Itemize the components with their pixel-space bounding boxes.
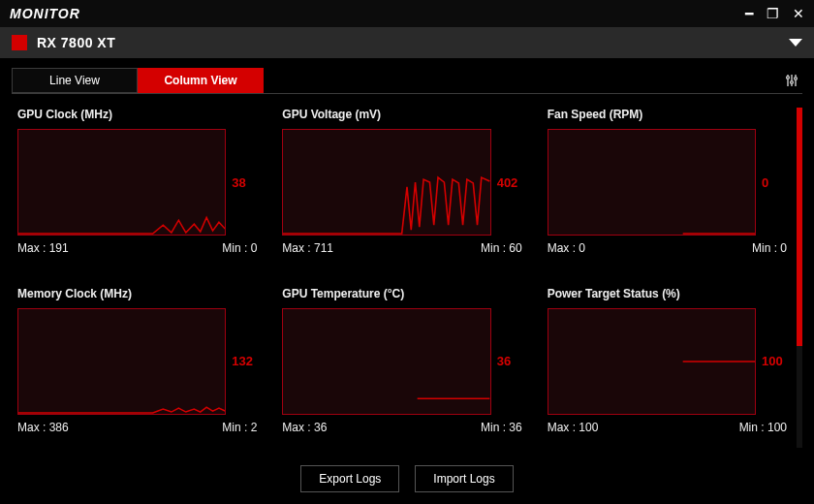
restore-icon[interactable]: ❐ bbox=[767, 7, 779, 20]
max-value: Max : 386 bbox=[17, 421, 69, 434]
app-title: MONITOR bbox=[10, 6, 80, 21]
device-selector[interactable]: RX 7800 XT bbox=[0, 27, 814, 58]
max-value: Max : 100 bbox=[548, 421, 599, 434]
current-value: 0 bbox=[762, 175, 787, 190]
plot-memory-clock bbox=[17, 308, 226, 415]
card-fan-speed: Fan Speed (RPM) 0 Max : 0 Min : 0 bbox=[548, 108, 787, 269]
chevron-down-icon[interactable] bbox=[789, 39, 802, 47]
card-gpu-clock: GPU Clock (MHz) 38 Max : 191 Min : 0 bbox=[17, 108, 257, 269]
max-value: Max : 0 bbox=[548, 241, 585, 255]
max-value: Max : 711 bbox=[282, 241, 333, 255]
card-title: GPU Voltage (mV) bbox=[282, 108, 521, 121]
footer-buttons: Export Logs Import Logs bbox=[12, 456, 802, 504]
min-value: Min : 100 bbox=[739, 421, 787, 434]
current-value: 132 bbox=[232, 354, 257, 368]
export-logs-button[interactable]: Export Logs bbox=[300, 465, 399, 492]
plot-gpu-clock bbox=[17, 129, 226, 236]
min-value: Min : 60 bbox=[481, 241, 522, 255]
min-value: Min : 2 bbox=[222, 421, 257, 434]
monitor-grid: GPU Clock (MHz) 38 Max : 191 Min : 0 GPU… bbox=[12, 94, 793, 456]
current-value: 36 bbox=[497, 354, 522, 368]
vertical-scrollbar[interactable] bbox=[797, 108, 802, 448]
titlebar: MONITOR ━ ❐ ✕ bbox=[0, 0, 814, 27]
card-title: Fan Speed (RPM) bbox=[548, 108, 787, 121]
minimize-icon[interactable]: ━ bbox=[745, 7, 753, 20]
card-gpu-temperature: GPU Temperature (°C) 36 Max : 36 Min : 3… bbox=[282, 287, 521, 449]
plot-power-target bbox=[548, 308, 756, 415]
close-icon[interactable]: ✕ bbox=[793, 7, 804, 20]
tab-line-view[interactable]: Line View bbox=[12, 68, 138, 93]
plot-gpu-voltage bbox=[282, 129, 490, 236]
window-controls: ━ ❐ ✕ bbox=[745, 7, 804, 20]
current-value: 100 bbox=[762, 354, 787, 368]
max-value: Max : 36 bbox=[282, 421, 327, 434]
svg-point-3 bbox=[791, 81, 794, 84]
svg-point-1 bbox=[787, 77, 790, 79]
card-power-target: Power Target Status (%) 100 Max : 100 Mi… bbox=[548, 287, 787, 449]
device-name: RX 7800 XT bbox=[37, 35, 115, 50]
card-title: GPU Temperature (°C) bbox=[282, 287, 521, 300]
min-value: Min : 36 bbox=[481, 421, 522, 434]
card-gpu-voltage: GPU Voltage (mV) 402 Max : 711 Min : 60 bbox=[282, 108, 521, 269]
scrollbar-thumb[interactable] bbox=[797, 108, 802, 346]
min-value: Min : 0 bbox=[752, 241, 787, 255]
view-tabs: Line View Column View bbox=[12, 68, 802, 94]
device-color-swatch bbox=[12, 35, 27, 50]
card-title: Power Target Status (%) bbox=[548, 287, 787, 300]
card-title: GPU Clock (MHz) bbox=[17, 108, 257, 121]
current-value: 38 bbox=[232, 175, 257, 190]
min-value: Min : 0 bbox=[222, 241, 257, 255]
sliders-icon[interactable] bbox=[781, 74, 802, 87]
import-logs-button[interactable]: Import Logs bbox=[415, 465, 513, 492]
svg-point-5 bbox=[795, 78, 798, 80]
plot-fan-speed bbox=[548, 129, 756, 236]
card-memory-clock: Memory Clock (MHz) 132 Max : 386 Min : 2 bbox=[17, 287, 257, 449]
max-value: Max : 191 bbox=[17, 241, 69, 255]
plot-gpu-temperature bbox=[282, 308, 490, 415]
content-area: Line View Column View GPU Clock (MHz) bbox=[0, 58, 814, 504]
card-title: Memory Clock (MHz) bbox=[17, 287, 257, 300]
grid-wrap: GPU Clock (MHz) 38 Max : 191 Min : 0 GPU… bbox=[12, 94, 802, 456]
current-value: 402 bbox=[497, 175, 522, 190]
tab-column-view[interactable]: Column View bbox=[138, 68, 264, 93]
